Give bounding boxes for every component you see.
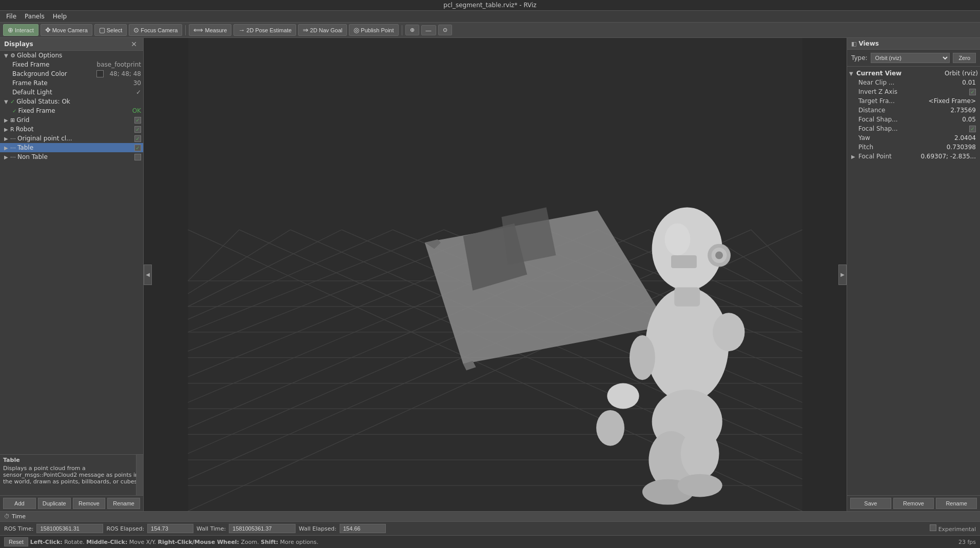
menu-panels[interactable]: Panels	[21, 12, 49, 21]
interact-label: Interact	[15, 27, 34, 33]
time-icon: ⏱	[4, 513, 10, 520]
tree-item-table[interactable]: ▶ ⋯ Table	[0, 143, 143, 152]
global-status-label: Global Status: Ok	[16, 98, 141, 105]
svg-point-54	[665, 224, 691, 255]
views-type-label: Type:	[851, 54, 868, 62]
focal-shape-1-val: 0.05	[962, 116, 976, 123]
robot-label: Robot	[16, 126, 132, 133]
robot-icon: R	[10, 126, 14, 133]
focal-point-arrow[interactable]: ▶	[851, 154, 858, 159]
table-arrow[interactable]: ▶	[4, 145, 10, 151]
status-bar: Reset Left-Click: Rotate. Middle-Click: …	[0, 535, 980, 548]
views-prop-invert-z[interactable]: Invert Z Axis ✓	[847, 87, 980, 96]
focus-camera-button[interactable]: ⊙ Focus Camera	[129, 24, 182, 36]
current-view-header[interactable]: ▼ Current View Orbit (rviz)	[847, 69, 980, 78]
ros-time-input[interactable]	[36, 524, 103, 533]
2d-pose-button[interactable]: → 2D Pose Estimate	[233, 24, 296, 36]
views-type-select[interactable]: Orbit (rviz)	[871, 53, 950, 63]
tree-item-original-pc[interactable]: ▶ ⋯ Original point cl...	[0, 134, 143, 143]
grid-arrow[interactable]: ▶	[4, 117, 10, 123]
fixed-frame-label: Fixed Frame	[12, 61, 95, 68]
extra-btn-3[interactable]: ⊙	[438, 25, 452, 35]
tree-item-default-light[interactable]: Default Light ✓	[0, 88, 143, 97]
svg-point-48	[713, 313, 744, 351]
wall-time-input[interactable]	[229, 524, 296, 533]
fixed-frame-status-label: Fixed Frame	[18, 107, 130, 114]
global-status-arrow[interactable]: ▼	[4, 99, 10, 105]
views-prop-near-clip[interactable]: Near Clip ... 0.01	[847, 78, 980, 87]
collapse-left-button[interactable]: ◀	[144, 265, 152, 285]
views-zero-button[interactable]: Zero	[953, 53, 976, 63]
focus-camera-label: Focus Camera	[141, 27, 178, 33]
invert-z-checkbox[interactable]: ✓	[969, 89, 976, 95]
description-text: Displays a point cloud from a sensor_msg…	[3, 465, 140, 485]
global-options-arrow[interactable]: ▼	[4, 53, 10, 58]
bg-color-swatch[interactable]	[96, 70, 104, 77]
views-prop-yaw[interactable]: Yaw 2.0404	[847, 133, 980, 143]
views-prop-pitch[interactable]: Pitch 0.730398	[847, 143, 980, 152]
views-prop-target-frame[interactable]: Target Fra... <Fixed Frame>	[847, 96, 980, 106]
tree-item-non-table[interactable]: ▶ ⋯ Non Table	[0, 152, 143, 161]
publish-point-button[interactable]: ◎ Publish Point	[349, 24, 398, 36]
views-remove-button[interactable]: Remove	[893, 498, 934, 509]
views-rename-button[interactable]: Rename	[936, 498, 977, 509]
tree-item-bg-color[interactable]: Background Color 48; 48; 48	[0, 69, 143, 78]
focal-shape-1-key: Focal Shap...	[858, 116, 962, 123]
experimental-label: Experimental	[930, 524, 976, 533]
interact-button[interactable]: ⊕ Interact	[3, 24, 38, 36]
ros-elapsed-input[interactable]	[147, 524, 193, 533]
svg-point-55	[715, 252, 723, 259]
experimental-checkbox[interactable]	[930, 524, 936, 531]
displays-panel-close[interactable]: ✕	[129, 40, 139, 48]
rename-button[interactable]: Rename	[107, 498, 140, 509]
tree-item-global-options[interactable]: ▼ ⚙ Global Options	[0, 51, 143, 60]
invert-z-key: Invert Z Axis	[858, 88, 969, 95]
2d-nav-label: 2D Nav Goal	[310, 27, 342, 33]
robot-arrow[interactable]: ▶	[4, 127, 10, 132]
views-prop-focal-shape-1[interactable]: Focal Shap... 0.05	[847, 115, 980, 124]
svg-rect-44	[674, 287, 700, 306]
views-prop-distance[interactable]: Distance 2.73569	[847, 106, 980, 115]
views-prop-focal-point[interactable]: ▶ Focal Point 0.69307; -2.835...	[847, 152, 980, 161]
tree-item-frame-rate[interactable]: Frame Rate 30	[0, 78, 143, 88]
reset-button[interactable]: Reset	[4, 537, 28, 546]
original-pc-checkbox[interactable]	[134, 135, 141, 142]
3d-viewport[interactable]: ◀ ▶	[144, 38, 847, 511]
non-table-checkbox[interactable]	[134, 154, 141, 160]
remove-button[interactable]: Remove	[73, 498, 106, 509]
robot-checkbox[interactable]	[134, 126, 141, 133]
extra-btn-1[interactable]: ⊕	[405, 25, 419, 35]
select-button[interactable]: ▢ Select	[94, 24, 127, 36]
menu-file[interactable]: File	[2, 12, 21, 21]
duplicate-button[interactable]: Duplicate	[38, 498, 71, 509]
grid-checkbox[interactable]	[134, 117, 141, 124]
focal-shape-2-checkbox[interactable]: ✓	[969, 126, 976, 132]
description-scroll[interactable]	[136, 455, 143, 495]
tree-item-robot[interactable]: ▶ R Robot	[0, 125, 143, 134]
2d-nav-button[interactable]: ⇒ 2D Nav Goal	[298, 24, 347, 36]
original-pc-arrow[interactable]: ▶	[4, 136, 10, 141]
table-checkbox[interactable]	[134, 145, 141, 151]
views-save-button[interactable]: Save	[850, 498, 891, 509]
menu-help[interactable]: Help	[49, 12, 71, 21]
move-camera-button[interactable]: ✥ Move Camera	[41, 24, 92, 36]
views-type-row: Type: Orbit (rviz) Zero	[847, 50, 980, 67]
wall-elapsed-input[interactable]	[340, 524, 386, 533]
add-button[interactable]: Add	[3, 498, 36, 509]
tree-item-grid[interactable]: ▶ ⊞ Grid	[0, 115, 143, 125]
svg-marker-36	[501, 208, 556, 265]
collapse-right-button[interactable]: ▶	[838, 265, 847, 285]
measure-button[interactable]: ⟺ Measure	[189, 24, 231, 36]
non-table-arrow[interactable]: ▶	[4, 154, 10, 160]
focal-point-key: Focal Point	[858, 153, 920, 160]
extra-btn-2[interactable]: ―	[421, 25, 436, 35]
tree-item-fixed-frame[interactable]: Fixed Frame base_footprint	[0, 60, 143, 69]
toolbar-separator-2	[402, 25, 402, 35]
tree-item-global-status[interactable]: ▼ ✓ Global Status: Ok	[0, 97, 143, 106]
current-view-arrow: ▼	[849, 71, 856, 76]
distance-key: Distance	[858, 107, 950, 114]
views-prop-focal-shape-2[interactable]: Focal Shap... ✓	[847, 124, 980, 133]
frame-rate-label: Frame Rate	[12, 79, 131, 87]
tree-item-fixed-frame-status[interactable]: ✓ Fixed Frame OK	[0, 106, 143, 115]
displays-buttons: Add Duplicate Remove Rename	[0, 495, 143, 511]
